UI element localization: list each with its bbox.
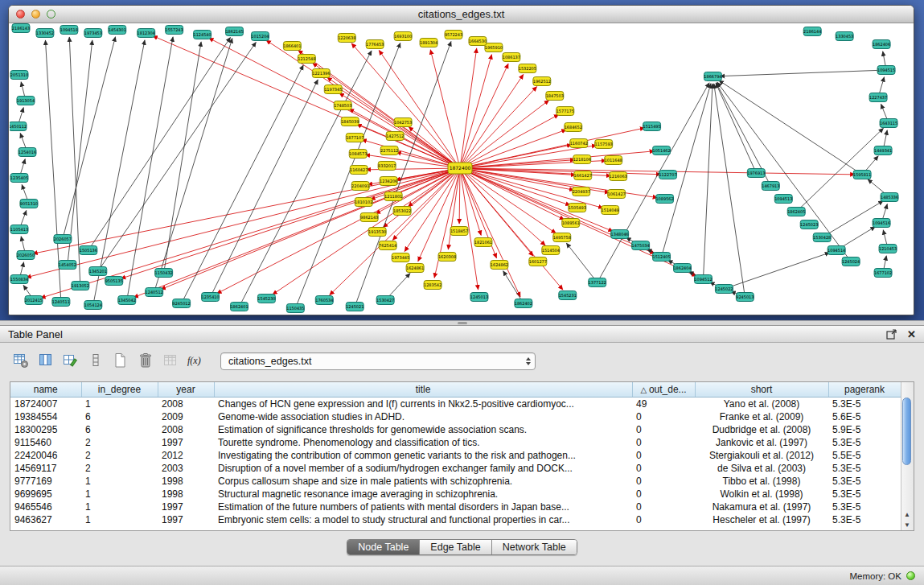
- import-table-button[interactable]: [159, 351, 181, 373]
- graph-node[interactable]: 1545230: [257, 295, 275, 303]
- graph-node[interactable]: 2186143: [12, 24, 30, 33]
- graph-node[interactable]: 1595811: [853, 171, 871, 179]
- graph-node[interactable]: 1011648: [605, 156, 622, 165]
- graph-node[interactable]: 1330453: [836, 32, 853, 41]
- graph-node[interactable]: 2026050: [17, 251, 35, 260]
- graph-node[interactable]: 1210453: [879, 245, 897, 253]
- table-row[interactable]: 1872400712008Changes of HCN gene express…: [10, 398, 901, 411]
- graph-node[interactable]: 1054124: [84, 301, 102, 310]
- graph-node[interactable]: 1913530: [368, 228, 386, 237]
- graph-node[interactable]: 1160742: [570, 139, 588, 148]
- network-canvas[interactable]: 1872400186640112125481221396119734517485…: [10, 23, 913, 314]
- graph-node[interactable]: 1094513: [774, 195, 792, 204]
- graph-node[interactable]: 2204937: [573, 187, 590, 196]
- graph-node[interactable]: 1212548: [298, 55, 315, 64]
- graph-node[interactable]: 1962512: [533, 77, 551, 86]
- graph-node[interactable]: 1677102: [874, 269, 892, 278]
- graph-node[interactable]: 1862145: [225, 27, 243, 36]
- scrollbar-thumb[interactable]: [902, 398, 911, 465]
- graph-node[interactable]: 1467913: [762, 182, 779, 191]
- graph-node[interactable]: 1089561: [562, 219, 580, 228]
- graph-node[interactable]: 1845039: [341, 117, 359, 126]
- column-header-title[interactable]: title: [214, 382, 632, 398]
- graph-node[interactable]: 1495758: [553, 233, 571, 242]
- graph-node[interactable]: 1105413: [10, 225, 28, 234]
- column-header-year[interactable]: year: [158, 382, 214, 398]
- graph-node[interactable]: 1216063: [610, 172, 627, 181]
- graph-node[interactable]: 1245023: [800, 220, 818, 229]
- graph-node[interactable]: 1348046: [611, 230, 629, 239]
- tab-node-table[interactable]: Node Table: [347, 540, 420, 554]
- graph-node[interactable]: 1862404: [673, 264, 691, 273]
- graph-node[interactable]: 1810102: [355, 198, 372, 207]
- graph-node[interactable]: 1245024: [842, 257, 860, 266]
- graph-node[interactable]: 1234206: [380, 177, 397, 186]
- graph-node[interactable]: 1866401: [283, 42, 301, 51]
- graph-node[interactable]: 1094518: [60, 26, 78, 35]
- tab-edge-table[interactable]: Edge Table: [420, 540, 491, 554]
- tab-network-table[interactable]: Network Table: [492, 540, 577, 554]
- graph-node[interactable]: 2012415: [25, 296, 43, 305]
- table-row[interactable]: 1456911722003Disruption of a novel membe…: [10, 462, 901, 475]
- graph-node[interactable]: 1227437: [869, 93, 887, 102]
- graph-node[interactable]: 1218106: [573, 155, 591, 164]
- graph-node-hub[interactable]: 1872400: [448, 163, 472, 174]
- delete-table-button[interactable]: [134, 351, 156, 373]
- graph-node[interactable]: 1530428: [813, 233, 831, 242]
- graph-node[interactable]: 1094515: [877, 66, 895, 75]
- graph-node[interactable]: 1545231: [559, 291, 577, 300]
- graph-node[interactable]: 2275112: [380, 146, 398, 155]
- graph-node[interactable]: 1454052: [59, 261, 76, 270]
- table-row[interactable]: 946362711997Embryonic stem cells: a mode…: [10, 513, 901, 526]
- graph-node[interactable]: 9505135: [105, 277, 123, 286]
- edit-table-button[interactable]: [60, 351, 81, 373]
- column-header-in_degree[interactable]: in_degree: [81, 382, 158, 398]
- graph-node[interactable]: 2204091: [351, 182, 369, 191]
- graph-node[interactable]: 1684652: [565, 123, 582, 132]
- graph-node[interactable]: 1240512: [146, 288, 163, 297]
- graph-node[interactable]: 1042753: [394, 118, 412, 127]
- graph-node[interactable]: 1643115: [880, 119, 897, 128]
- graph-node[interactable]: 1862402: [515, 299, 532, 308]
- graph-node[interactable]: 1973453: [84, 29, 102, 38]
- graph-node[interactable]: 1624862: [491, 261, 508, 270]
- graph-node[interactable]: 1449341: [874, 146, 892, 155]
- graph-node[interactable]: 1245021: [346, 303, 363, 311]
- graph-node[interactable]: 1235405: [10, 174, 28, 183]
- column-header-pagerank[interactable]: pagerank: [828, 382, 901, 398]
- graph-node[interactable]: 1862405: [787, 208, 805, 216]
- graph-node[interactable]: 1122707: [659, 171, 676, 179]
- graph-node[interactable]: 1776453: [366, 40, 384, 49]
- graph-node[interactable]: 1514504: [542, 246, 560, 255]
- graph-node[interactable]: 8332017: [378, 162, 396, 171]
- graph-node[interactable]: 1089562: [655, 195, 673, 204]
- close-panel-icon[interactable]: ✕: [907, 330, 916, 339]
- graph-node[interactable]: 1211801: [384, 192, 402, 201]
- table-mode-button[interactable]: [10, 351, 31, 373]
- graph-node[interactable]: 1748503: [334, 101, 351, 110]
- graph-node[interactable]: 1485336: [881, 193, 898, 202]
- table-vertical-scrollbar[interactable]: ▲ ▼: [901, 382, 914, 530]
- graph-node[interactable]: 2186144: [803, 27, 821, 36]
- graph-node[interactable]: 1847503: [546, 92, 564, 101]
- graph-node[interactable]: 1550834: [10, 275, 28, 284]
- graph-node[interactable]: 1877107: [346, 134, 363, 142]
- graph-node[interactable]: 1283542: [424, 281, 441, 290]
- table-row[interactable]: 946554611997Estimation of the future num…: [10, 501, 901, 513]
- graph-node[interactable]: 1693100: [394, 32, 412, 41]
- graph-node[interactable]: 1976913: [747, 169, 765, 178]
- graph-node[interactable]: 1624861: [406, 264, 424, 273]
- graph-node[interactable]: 1051462: [652, 146, 670, 155]
- scroll-up-icon[interactable]: ▲: [901, 509, 913, 520]
- column-header-out_de[interactable]: △ out_de...: [632, 382, 695, 398]
- column-header-name[interactable]: name: [10, 382, 81, 398]
- graph-node[interactable]: 1094512: [694, 275, 712, 284]
- graph-node[interactable]: 1345042: [118, 296, 136, 305]
- insert-column-button[interactable]: [84, 351, 106, 373]
- graph-node[interactable]: 7625414: [379, 241, 396, 250]
- graph-node[interactable]: 1377122: [589, 278, 606, 287]
- graph-node[interactable]: 1150432: [155, 269, 173, 278]
- graph-node[interactable]: 1532205: [519, 64, 536, 73]
- graph-node[interactable]: 1821061: [474, 238, 492, 247]
- scroll-down-icon[interactable]: ▼: [901, 520, 913, 530]
